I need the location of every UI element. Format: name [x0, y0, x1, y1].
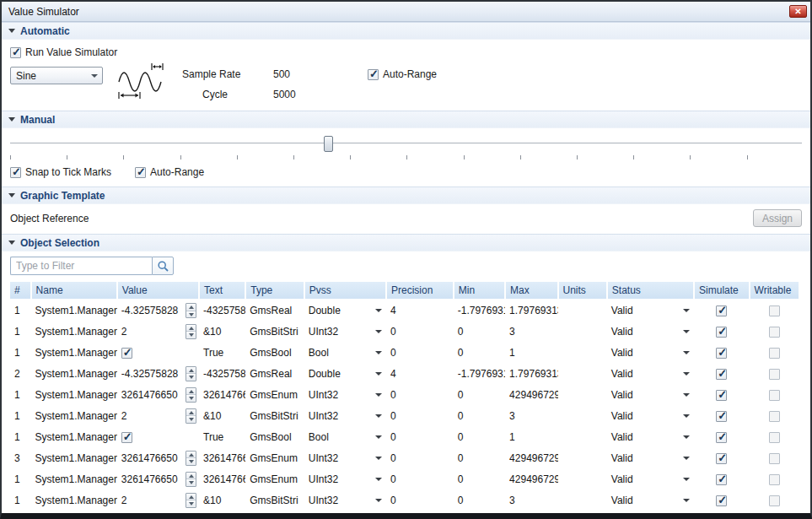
pvss-dropdown[interactable]: Bool [304, 426, 386, 447]
column-header[interactable]: Max [505, 282, 557, 300]
slider-groove[interactable] [10, 143, 802, 144]
status-dropdown[interactable]: Valid [607, 426, 694, 447]
column-header[interactable]: Value [117, 282, 199, 300]
spinner-down-icon[interactable] [186, 457, 196, 465]
column-header[interactable]: Precision [386, 282, 454, 300]
pvss-dropdown[interactable]: Bool [304, 342, 386, 363]
simulate-checkbox[interactable] [716, 369, 727, 380]
status-dropdown[interactable]: Valid [607, 363, 694, 384]
writable-checkbox[interactable] [769, 327, 780, 338]
writable-checkbox[interactable] [769, 369, 780, 380]
section-header-object-selection[interactable]: Object Selection [2, 234, 810, 251]
simulate-checkbox[interactable] [716, 516, 727, 519]
snap-to-tick-marks-checkbox[interactable] [10, 167, 21, 178]
spinner-down-icon[interactable] [186, 331, 196, 338]
status-dropdown[interactable]: Valid [607, 489, 694, 511]
pvss-dropdown[interactable]: Double [304, 300, 386, 321]
writable-checkbox[interactable] [769, 495, 780, 506]
value-cell[interactable]: 3261476650 [117, 384, 199, 405]
spinner-down-icon[interactable] [186, 415, 196, 423]
auto-range-checkbox-automatic[interactable] [368, 69, 379, 80]
status-dropdown[interactable]: Valid [607, 447, 694, 468]
value-cell[interactable] [117, 342, 199, 363]
writable-checkbox[interactable] [769, 516, 780, 519]
column-header[interactable]: Writable [750, 282, 799, 300]
value-cell[interactable]: 3261476650 [117, 447, 199, 468]
pvss-dropdown[interactable]: Double [304, 363, 386, 384]
spinner-up-icon[interactable] [186, 451, 196, 458]
value-spinner[interactable] [186, 303, 196, 318]
value-cell[interactable]: 3261476650 [117, 468, 199, 489]
pvss-dropdown[interactable]: UInt32 [304, 384, 386, 405]
writable-checkbox[interactable] [769, 432, 780, 443]
column-header[interactable]: # [10, 282, 31, 300]
manual-value-slider[interactable] [10, 135, 802, 154]
status-dropdown[interactable]: Valid [607, 321, 694, 342]
spinner-up-icon[interactable] [186, 409, 196, 416]
spinner-down-icon[interactable] [186, 311, 196, 318]
simulate-checkbox[interactable] [716, 474, 727, 485]
value-spinner[interactable] [186, 408, 196, 424]
spinner-down-icon[interactable] [186, 373, 196, 381]
column-header[interactable]: Type [245, 282, 304, 300]
status-dropdown[interactable]: Valid [607, 405, 694, 426]
simulate-checkbox[interactable] [716, 495, 727, 506]
simulate-checkbox[interactable] [716, 390, 727, 401]
section-header-automatic[interactable]: Automatic [2, 22, 810, 40]
status-dropdown[interactable]: Valid [607, 384, 694, 405]
pvss-dropdown[interactable]: UInt32 [304, 405, 386, 426]
writable-checkbox[interactable] [769, 390, 780, 401]
value-checkbox[interactable] [121, 348, 132, 359]
simulate-checkbox[interactable] [716, 327, 727, 338]
value-spinner[interactable] [186, 366, 196, 381]
status-dropdown[interactable]: Valid [607, 511, 694, 519]
simulate-checkbox[interactable] [716, 453, 727, 464]
filter-input[interactable] [10, 257, 152, 275]
search-button[interactable] [152, 257, 174, 275]
pvss-dropdown[interactable]: Bool [304, 511, 386, 519]
spinner-up-icon[interactable] [186, 494, 196, 500]
value-spinner[interactable] [186, 387, 196, 403]
spinner-up-icon[interactable] [186, 304, 196, 311]
value-cell[interactable] [117, 426, 199, 447]
value-cell[interactable]: 2 [117, 321, 199, 342]
value-cell[interactable]: 2 [117, 489, 199, 511]
value-cell[interactable]: -4.32575828 [117, 363, 199, 384]
spinner-up-icon[interactable] [186, 367, 196, 374]
column-header[interactable]: Min [454, 282, 505, 300]
value-checkbox[interactable] [121, 516, 132, 519]
writable-checkbox[interactable] [769, 453, 780, 464]
value-spinner[interactable] [186, 472, 196, 487]
value-spinner[interactable] [186, 324, 196, 339]
writable-checkbox[interactable] [769, 411, 780, 422]
simulate-checkbox[interactable] [716, 305, 727, 316]
column-header[interactable]: Text [199, 282, 245, 300]
status-dropdown[interactable]: Valid [607, 300, 694, 321]
pvss-dropdown[interactable]: UInt32 [304, 468, 386, 489]
spinner-down-icon[interactable] [186, 500, 196, 507]
simulate-checkbox[interactable] [716, 411, 727, 422]
spinner-up-icon[interactable] [186, 473, 196, 479]
run-value-simulator-checkbox[interactable] [10, 47, 21, 58]
pvss-dropdown[interactable]: UInt32 [304, 489, 386, 511]
value-cell[interactable] [117, 511, 199, 519]
value-spinner[interactable] [186, 493, 196, 508]
writable-checkbox[interactable] [769, 348, 780, 359]
column-header[interactable]: Pvss [304, 282, 386, 300]
section-header-graphic-template[interactable]: Graphic Template [2, 187, 810, 204]
value-cell[interactable]: -4.32575828 [117, 300, 199, 321]
status-dropdown[interactable]: Valid [607, 468, 694, 489]
slider-thumb[interactable] [324, 136, 333, 152]
writable-checkbox[interactable] [769, 474, 780, 485]
close-button[interactable]: ✕ [789, 5, 807, 18]
column-header[interactable]: Units [558, 282, 607, 300]
column-header[interactable]: Status [607, 282, 694, 300]
spinner-up-icon[interactable] [186, 388, 196, 395]
waveform-select[interactable]: Sine [10, 67, 103, 84]
value-cell[interactable]: 2 [117, 405, 199, 426]
simulate-checkbox[interactable] [716, 348, 727, 359]
column-header[interactable]: Simulate [694, 282, 749, 300]
writable-checkbox[interactable] [769, 305, 780, 316]
column-header[interactable]: Name [31, 282, 117, 300]
value-spinner[interactable] [186, 451, 196, 466]
